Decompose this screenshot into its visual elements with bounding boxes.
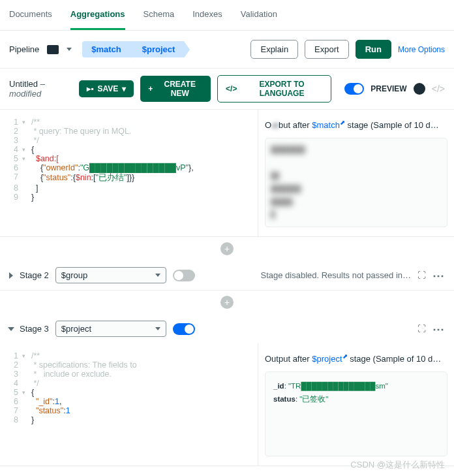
add-stage-button[interactable]: + (220, 242, 234, 255)
pipeline-toolbar: Pipeline $match $project Explain Export … (0, 31, 454, 69)
expand-icon[interactable]: ⛶ (417, 270, 426, 280)
explain-button[interactable]: Explain (250, 40, 298, 59)
stage3-output-header: Output after $project⬈ stage (Sample of … (265, 353, 447, 364)
code-icon: </> (226, 84, 237, 93)
preview-toggle[interactable] (344, 83, 365, 95)
stage1-output-header: Outbut after $match⬈ stage (Sample of 10… (265, 119, 447, 130)
tab-aggregations[interactable]: Aggregations (70, 0, 125, 30)
chip-project[interactable]: $project (130, 41, 185, 57)
external-link-icon[interactable]: ⬈ (342, 353, 348, 360)
folder-caret-icon[interactable] (67, 48, 72, 51)
save-icon: ▸▪ (87, 84, 93, 93)
stage1-output-doc[interactable]: ██████████████████████:█ (265, 138, 447, 227)
caret-down-icon (155, 327, 160, 330)
external-link-icon[interactable]: ⬈ (340, 119, 345, 126)
stage-3-project: Stage 3 $project ⛶ ⋯ 1▾/** 2 * specifica… (0, 314, 454, 466)
stage1-editor[interactable]: 1▾/** 2 * query: The query in MQL. 3 */ … (0, 110, 258, 236)
stage-1-match: 1▾/** 2 * query: The query in MQL. 3 */ … (0, 110, 454, 237)
stage3-editor[interactable]: 1▾/** 2 * specifications: The fields to … (0, 343, 258, 466)
chevron-down-icon[interactable] (8, 327, 14, 331)
tab-indexes[interactable]: Indexes (192, 0, 222, 30)
more-options-link[interactable]: More Options (398, 45, 445, 54)
chip-match[interactable]: $match (82, 41, 130, 57)
stage2-label: Stage 2 (20, 270, 49, 280)
stage2-operator-select[interactable]: $group (55, 267, 166, 283)
view-code-icon[interactable]: </> (432, 84, 445, 94)
preview-label: PREVIEW (371, 84, 406, 93)
add-stage-2: + (0, 291, 454, 314)
add-stage-button[interactable]: + (220, 296, 234, 309)
stage2-toggle[interactable] (173, 270, 195, 281)
export-button[interactable]: Export (305, 40, 349, 59)
export-language-button[interactable]: </>EXPORT TO LANGUAGE (217, 75, 331, 103)
stage-breadcrumb: $match $project (82, 41, 184, 57)
stage3-toggle[interactable] (173, 323, 195, 335)
caret-down-icon (155, 274, 160, 277)
stage-2-group: Stage 2 $group Stage disabled. Results n… (0, 261, 454, 291)
expand-icon[interactable]: ⛶ (417, 324, 426, 334)
add-stage-1: + (0, 237, 454, 261)
pipeline-label: Pipeline (9, 44, 39, 54)
plus-icon: + (148, 84, 153, 93)
run-button[interactable]: Run (356, 40, 391, 59)
tab-documents[interactable]: Documents (9, 0, 52, 30)
tab-schema[interactable]: Schema (144, 0, 175, 30)
tabs-bar: Documents Aggregations Schema Indexes Va… (0, 0, 454, 31)
chevron-right-icon[interactable] (9, 272, 13, 279)
caret-down-icon: ▾ (122, 84, 126, 93)
pipeline-name: Untitled – modified (9, 79, 72, 99)
view-mode-pill[interactable] (414, 83, 425, 95)
watermark: CSDN @这是什么新特性 (350, 459, 445, 466)
stage3-menu[interactable]: ⋯ (432, 322, 445, 336)
stage2-disabled-msg: Stage disabled. Results not passed in… (260, 270, 411, 280)
stage1-output: Outbut after $match⬈ stage (Sample of 10… (258, 110, 454, 236)
create-new-button[interactable]: +CREATE NEW (140, 76, 211, 102)
save-button[interactable]: ▸▪SAVE▾ (79, 80, 134, 97)
secondary-toolbar: Untitled – modified ▸▪SAVE▾ +CREATE NEW … (0, 69, 454, 110)
stage3-output-doc[interactable]: _id: "TR██████████████sm" status: "已签收" (265, 372, 447, 456)
stage2-menu[interactable]: ⋯ (432, 268, 445, 283)
folder-icon[interactable] (47, 45, 59, 54)
stage3-label: Stage 3 (20, 324, 49, 334)
tab-validation[interactable]: Validation (241, 0, 277, 30)
stage3-output: Output after $project⬈ stage (Sample of … (258, 343, 454, 466)
stage3-operator-select[interactable]: $project (55, 321, 166, 337)
